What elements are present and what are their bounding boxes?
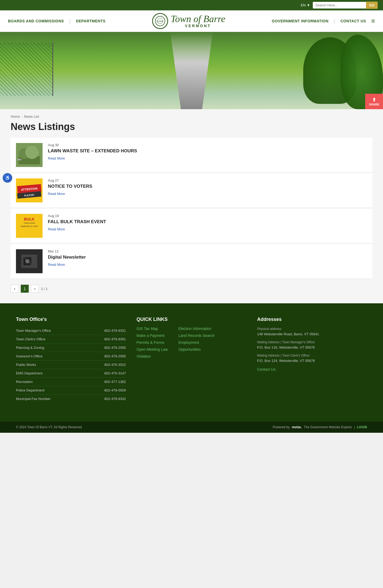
share-label: SHARE xyxy=(369,103,379,106)
svg-text:Trash Event: Trash Event xyxy=(24,222,35,224)
footer-grid: Town Office's Town Manager's Office 802-… xyxy=(16,317,367,403)
footer-addresses-column: Addresses Physical address: 149 Websterv… xyxy=(257,317,367,403)
news-title-voters: NOTICE TO VOTERS xyxy=(48,184,367,189)
office-label: Recreation xyxy=(16,380,33,384)
lang-arrow-icon: ▼ xyxy=(307,3,310,7)
accessibility-icon: ♿ xyxy=(5,175,10,181)
content-area: Home › News List News Listings Aug 30 LA… xyxy=(0,109,383,303)
office-value: 802-479-2595 xyxy=(104,346,126,350)
footer-login-link[interactable]: LOGIN xyxy=(357,425,367,429)
footer-link-land-records[interactable]: Land Records Search xyxy=(178,333,214,338)
svg-text:BULK: BULK xyxy=(24,217,35,221)
svg-point-20 xyxy=(25,259,30,263)
prev-page-button[interactable]: ‹ xyxy=(11,285,19,293)
news-thumbnail-attention: ATTENTION PLEASE! xyxy=(16,178,43,202)
mailing2-address-value: P.O. Box 124, Websterville, VT 05678 xyxy=(257,358,367,364)
page-info: 1 / 1 xyxy=(41,287,48,291)
accessibility-button[interactable]: ♿ xyxy=(3,173,12,183)
read-more-voters[interactable]: Read More xyxy=(48,192,65,196)
logo-state: VERMONT xyxy=(171,24,225,28)
footer-link-gis[interactable]: GIS Tax Map xyxy=(136,326,168,331)
footer-addresses-heading: Addresses xyxy=(257,317,367,322)
news-item: Aug 30 LAWN WASTE SITE – EXTENDED HOURS … xyxy=(11,138,372,173)
next-page-button[interactable]: › xyxy=(31,285,39,293)
office-label: Town Clerk's Office xyxy=(16,337,45,341)
news-content-lawn: Aug 30 LAWN WASTE SITE – EXTENDED HOURS … xyxy=(48,143,367,161)
svg-point-6 xyxy=(25,146,39,159)
powered-by-text: Powered by xyxy=(273,425,290,429)
pagination: ‹ 1 › 1 / 1 xyxy=(11,279,372,293)
news-content-bulk: Aug 19 FALL BULK TRASH EVENT Read More xyxy=(48,214,367,231)
office-label: Planning & Zoning xyxy=(16,346,44,350)
news-item: ATTENTION PLEASE! Aug 27 NOTICE TO VOTER… xyxy=(11,173,372,208)
share-icon: ⬆ xyxy=(369,97,379,103)
header: BOARDS AND COMMISSIONS | DEPARTMENTS BAR… xyxy=(0,10,383,32)
nav-item-departments[interactable]: DEPARTMENTS xyxy=(76,19,106,23)
page-1-button[interactable]: 1 xyxy=(21,285,29,293)
footer-office-row: Police Department 802-479-0509 xyxy=(16,386,126,395)
office-label: Public Works xyxy=(16,363,36,367)
footer-link-violation[interactable]: Violation xyxy=(136,354,168,358)
header-right-nav: GOVERNMENT INFORMATION | CONTACT US ≡ xyxy=(272,17,375,25)
footer-office-row: Assessor's Office 802-479-2595 xyxy=(16,352,126,361)
mailing2-address-label: Mailing Address | Town Clerk's Office: xyxy=(257,353,367,358)
news-content-voters: Aug 27 NOTICE TO VOTERS Read More xyxy=(48,178,367,196)
hero-road-element xyxy=(165,32,218,109)
news-date-lawn: Aug 30 xyxy=(48,143,367,147)
read-more-bulk[interactable]: Read More xyxy=(48,227,65,231)
breadcrumb: Home › News List xyxy=(11,115,372,119)
search-button[interactable]: GO xyxy=(366,2,378,9)
news-title-newsletter: Digital Newsletter xyxy=(48,255,367,260)
svg-text:September 21, 2024: September 21, 2024 xyxy=(21,225,38,227)
footer-office-row: Recreation 802-477-1382 xyxy=(16,378,126,386)
footer-link-permits[interactable]: Permits & Forms xyxy=(136,340,168,345)
language-selector[interactable]: EN ▼ xyxy=(301,3,310,7)
header-left-nav: BOARDS AND COMMISSIONS | DEPARTMENTS xyxy=(8,18,106,24)
physical-address-value: 149 Websterville Road, Barre, VT 05641 xyxy=(257,332,367,337)
footer-offices-column: Town Office's Town Manager's Office 802-… xyxy=(16,317,126,403)
footer-physical-address: Physical address: 149 Websterville Road,… xyxy=(257,326,367,372)
footer-link-election[interactable]: Election Information xyxy=(178,326,214,331)
read-more-lawn[interactable]: Read More xyxy=(48,156,65,160)
office-value: 802-479-9391 xyxy=(104,337,126,341)
office-value: 802-479-0509 xyxy=(104,388,126,392)
footer-link-employment[interactable]: Employment xyxy=(178,340,214,345)
news-thumbnail-bulk: BULK Trash Event September 21, 2024 xyxy=(16,214,43,238)
news-item: Mar 12 Digital Newsletter Read More xyxy=(11,244,372,279)
powered-by-rest: The Government Website Experts xyxy=(304,425,352,429)
footer-quicklinks-heading: QUICK LINKS xyxy=(136,317,246,322)
lang-label: EN xyxy=(301,3,306,7)
footer-links-grid: GIS Tax Map Make a Payment Permits & For… xyxy=(136,326,246,358)
footer-link-opportunities[interactable]: Opportunities xyxy=(178,347,214,352)
footer-link-col-1: GIS Tax Map Make a Payment Permits & For… xyxy=(136,326,168,358)
footer-contact-link[interactable]: Contact Us xyxy=(257,366,367,372)
news-content-newsletter: Mar 12 Digital Newsletter Read More xyxy=(48,249,367,267)
search-input[interactable] xyxy=(313,2,366,9)
share-button[interactable]: ⬆ SHARE xyxy=(365,94,383,109)
office-label: Police Department xyxy=(16,388,44,392)
logo[interactable]: BARRE Town of Barre VERMONT xyxy=(152,13,225,29)
footer-powered-by: Powered by revize. The Government Websit… xyxy=(273,425,367,429)
read-more-newsletter[interactable]: Read More xyxy=(48,263,65,267)
news-date-newsletter: Mar 12 xyxy=(48,249,367,253)
news-date-voters: Aug 27 xyxy=(48,178,367,182)
footer-link-payment[interactable]: Make a Payment xyxy=(136,333,168,338)
news-title-lawn: LAWN WASTE SITE – EXTENDED HOURS xyxy=(48,148,367,154)
logo-seal: BARRE xyxy=(152,13,168,29)
footer-bottom: © 2024 Town Of Barre VT. All Rights Rese… xyxy=(0,422,383,433)
logo-town-name: Town of Barre xyxy=(171,14,225,24)
footer-link-open-meeting[interactable]: Open Meeting Law xyxy=(136,347,168,352)
hamburger-menu-icon[interactable]: ≡ xyxy=(371,17,375,25)
footer-office-row: Planning & Zoning 802-479-2595 xyxy=(16,344,126,352)
nav-item-contact[interactable]: CONTACT US xyxy=(340,19,366,23)
news-thumbnail-newsletter xyxy=(16,249,43,273)
news-item: BULK Trash Event September 21, 2024 Aug … xyxy=(11,209,372,243)
footer: Town Office's Town Manager's Office 802-… xyxy=(0,303,383,422)
footer-bottom-divider: | xyxy=(354,425,355,429)
nav-item-government[interactable]: GOVERNMENT INFORMATION xyxy=(272,19,328,23)
nav-item-boards[interactable]: BOARDS AND COMMISSIONS xyxy=(8,19,64,23)
news-thumbnail-lawn xyxy=(16,143,43,167)
hero-image: ⬆ SHARE xyxy=(0,32,383,109)
breadcrumb-home[interactable]: Home xyxy=(11,115,20,119)
footer-link-col-2: Election Information Land Records Search… xyxy=(178,326,214,358)
